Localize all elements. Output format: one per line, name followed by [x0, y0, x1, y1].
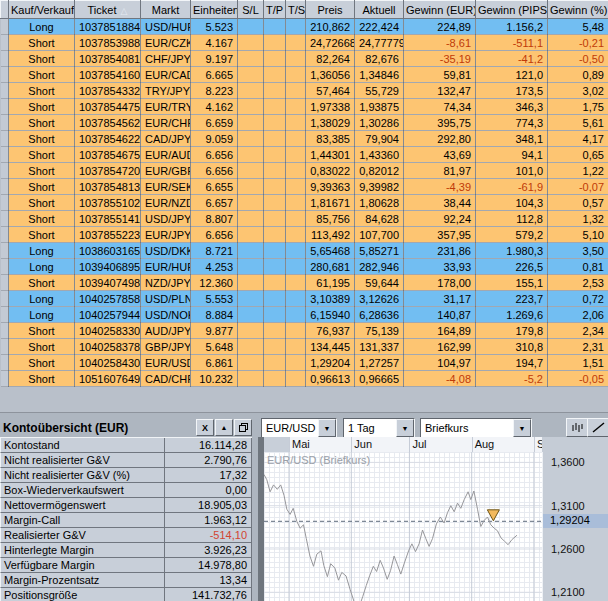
cell-price: 280,681 [306, 259, 355, 275]
bars-chart-icon[interactable] [566, 418, 588, 437]
table-row[interactable]: Long1038603165USD/DKK8.7215,654685,85271… [1, 243, 608, 259]
cell-gain_eur: 132,47 [404, 83, 476, 99]
cell-tp [264, 147, 286, 163]
table-row[interactable]: Long1040257944USD/NOK8.8846,159406,28636… [1, 307, 608, 323]
sell-marker-icon[interactable] [487, 510, 499, 521]
column-header-side[interactable]: Kauf/Verkauf [9, 1, 75, 19]
cell-sl [238, 51, 264, 67]
column-header-market[interactable]: Markt [141, 1, 191, 19]
column-header-price[interactable]: Preis [306, 1, 355, 19]
table-row[interactable]: Short1037855141USD/JPY8.80785,75684,6289… [1, 211, 608, 227]
table-row[interactable]: Short1039407498NZD/JPY12.36061,19559,644… [1, 275, 608, 291]
cell-sl [238, 115, 264, 131]
column-header-gain_pips[interactable]: Gewinn (PIPS) [476, 1, 548, 19]
cell-ticket: 1038603165 [75, 243, 141, 259]
instrument-select[interactable]: EUR/USD ▼ [261, 418, 337, 438]
account-row: Hinterlegte Margin3.926,23 [0, 543, 252, 558]
table-row[interactable]: Short1040258378GBP/JPY5.648134,445131,33… [1, 339, 608, 355]
account-row-value: 13,34 [165, 573, 252, 588]
cell-gain_eur: 74,34 [404, 99, 476, 115]
cell-sl [238, 371, 264, 387]
cell-gain_pips: 155,1 [476, 275, 548, 291]
table-row[interactable]: Short1037854160EUR/CAD6.6651,360561,3484… [1, 67, 608, 83]
table-row[interactable]: Short1037854081CHF/JPY9.19782,26482,676-… [1, 51, 608, 67]
column-header-tp[interactable]: T/P [264, 1, 286, 19]
column-header-gain_eur[interactable]: Gewinn (EUR) [404, 1, 476, 19]
cell-side: Short [9, 99, 75, 115]
cell-gain_pips: 774,3 [476, 115, 548, 131]
column-header-ts[interactable]: T/S [286, 1, 306, 19]
cell-tp [264, 243, 286, 259]
table-row[interactable]: Short1037853988EUR/CZK4.16724,7266824,77… [1, 35, 608, 51]
line-chart-icon[interactable] [587, 418, 608, 437]
cell-units: 9.197 [191, 51, 238, 67]
column-header-current[interactable]: Aktuell [355, 1, 404, 19]
chevron-down-icon[interactable]: ▼ [318, 419, 336, 437]
cell-gain_pips: -511,1 [476, 35, 548, 51]
column-header-sl[interactable]: S/L [238, 1, 264, 19]
table-row[interactable]: Short1051607649CAD/CHF10.2320,966130,966… [1, 371, 608, 387]
table-row[interactable]: Long1040257858USD/PLN5.5533,103893,12626… [1, 291, 608, 307]
table-row[interactable]: Long1037851884USD/HUF5.523210,862222,424… [1, 19, 608, 35]
cell-gain_eur: -8,61 [404, 35, 476, 51]
cell-market: EUR/HUF [141, 259, 191, 275]
table-row[interactable]: Short1037854332TRY/JPY8.22357,46455,7291… [1, 83, 608, 99]
table-row[interactable]: Short1037854622CAD/JPY9.05983,38579,9042… [1, 131, 608, 147]
month-label: Jul [412, 438, 426, 450]
close-button[interactable]: X [196, 419, 214, 436]
account-row: Box-Wiederverkaufswert0,00 [0, 483, 252, 498]
row-gutter [1, 147, 9, 163]
column-header-units[interactable]: Einheiten [191, 1, 238, 19]
cell-market: EUR/CZK [141, 35, 191, 51]
cell-units: 6.657 [191, 195, 238, 211]
cell-gain_eur: 43,69 [404, 147, 476, 163]
price-type-select[interactable]: Briefkurs ▼ [420, 418, 532, 438]
table-row[interactable]: Short1037854720EUR/GBP6.6560,830220,8201… [1, 163, 608, 179]
cell-gain_pips: 1.980,3 [476, 243, 548, 259]
cell-tp [264, 115, 286, 131]
cell-tp [264, 83, 286, 99]
positions-panel: Kauf/VerkaufTicket△MarktEinheitenS/LT/PT… [0, 0, 608, 413]
cell-tp [264, 35, 286, 51]
cell-gain_pct: 4,17 [548, 131, 608, 147]
cell-gain_pct: 0,89 [548, 67, 608, 83]
table-row[interactable]: Short1037854813EUR/SEK6.6559,393639,3998… [1, 179, 608, 195]
column-header-gain_pct[interactable]: Gewinn (%) [548, 1, 608, 19]
cell-tp [264, 371, 286, 387]
cell-ts [286, 163, 306, 179]
cell-gain_eur: 164,89 [404, 323, 476, 339]
collapse-button[interactable]: ▲ [215, 419, 233, 436]
cell-gain_eur: 104,97 [404, 355, 476, 371]
table-row[interactable]: Short1037855223EUR/JPY6.656113,492107,70… [1, 227, 608, 243]
column-header-ticket[interactable]: Ticket△ [75, 1, 141, 19]
chevron-down-icon[interactable]: ▼ [513, 419, 531, 437]
cell-market: EUR/USD [141, 355, 191, 371]
cell-sl [238, 179, 264, 195]
table-row[interactable]: Short1037854562EUR/CHF6.6591,380291,3028… [1, 115, 608, 131]
cell-gain_pct: 5,10 [548, 227, 608, 243]
cell-ts [286, 323, 306, 339]
table-row[interactable]: Short1037854475EUR/TRY4.1621,973381,9387… [1, 99, 608, 115]
table-row[interactable]: Short1037855102EUR/NZD6.6571,816711,8062… [1, 195, 608, 211]
cell-gain_pips: 310,8 [476, 339, 548, 355]
table-row[interactable]: Short1037854675EUR/AUD6.6561,443011,4336… [1, 147, 608, 163]
restore-window-icon[interactable] [234, 419, 252, 436]
cell-ticket: 1037854622 [75, 131, 141, 147]
month-label: Aug [475, 438, 495, 450]
chart-plot[interactable]: EUR/USD (Briefkurs) [264, 452, 542, 601]
cell-gain_pct: 5,48 [548, 19, 608, 35]
chevron-down-icon[interactable]: ▼ [396, 419, 414, 437]
cell-gain_pct: 1,51 [548, 355, 608, 371]
table-row[interactable]: Short1040258330AUD/JPY9.87776,93775,1391… [1, 323, 608, 339]
x-axis-gridline [409, 437, 410, 452]
table-row[interactable]: Long1039406895EUR/HUF4.253280,681282,946… [1, 259, 608, 275]
cell-gain_pct: 1,75 [548, 99, 608, 115]
cell-gain_pips: 348,1 [476, 131, 548, 147]
cell-gain_pct: 2,53 [548, 275, 608, 291]
account-overview-panel: Kontoübersicht (EUR) X ▲ Kontostand16.11… [0, 418, 252, 601]
cell-tp [264, 163, 286, 179]
cell-tp [264, 339, 286, 355]
cell-side: Short [9, 83, 75, 99]
period-select[interactable]: 1 Tag ▼ [343, 418, 415, 438]
table-row[interactable]: Short1040258430EUR/USD6.8611,292041,2725… [1, 355, 608, 371]
